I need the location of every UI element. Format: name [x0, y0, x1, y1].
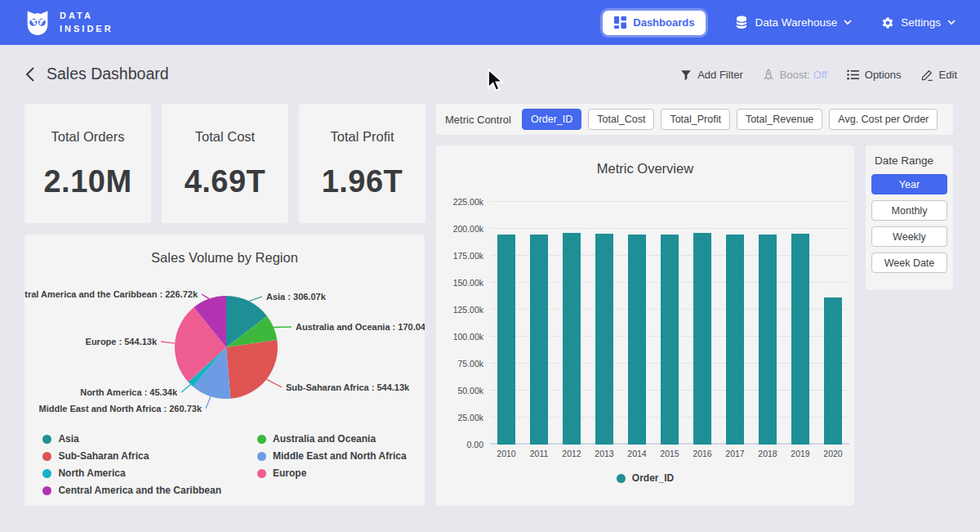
- legend-item[interactable]: Sub-Saharan Africa: [42, 450, 221, 462]
- legend-item[interactable]: Europe: [257, 467, 407, 479]
- date-range-buttons: YearMonthlyWeeklyWeek Date: [871, 174, 947, 273]
- date-range-option-year[interactable]: Year: [871, 174, 947, 194]
- date-range-option-weekly[interactable]: Weekly: [871, 226, 947, 247]
- metric-option-avg-cost-per-order[interactable]: Avg. Cost per Order: [829, 109, 938, 130]
- chevron-left-icon: [24, 66, 36, 83]
- y-axis-tick: 50.00k: [431, 386, 483, 396]
- date-range-option-week-date[interactable]: Week Date: [871, 253, 947, 273]
- bar-slot: [621, 194, 653, 445]
- metric-option-total-profit[interactable]: Total_Profit: [661, 109, 730, 130]
- legend-item[interactable]: North America: [42, 467, 221, 479]
- back-button[interactable]: [21, 66, 39, 84]
- pie-slice-label: Central America and the Caribbean : 226.…: [24, 289, 198, 299]
- list-icon: [847, 69, 859, 80]
- boost-toggle[interactable]: Boost: Off: [763, 69, 827, 81]
- y-axis-tick: 100.00k: [431, 332, 483, 342]
- y-axis-tick: 225.00k: [431, 197, 483, 207]
- bar[interactable]: [628, 235, 646, 445]
- top-navbar: DATA INSIDER Dashboards: [0, 0, 980, 45]
- pie-slice[interactable]: [226, 340, 278, 399]
- database-icon: [735, 16, 748, 29]
- navbar-menu: Dashboards Data Warehouse: [603, 11, 956, 35]
- bar[interactable]: [563, 233, 581, 445]
- pie-leader-line: [249, 297, 262, 302]
- metric-option-total-cost[interactable]: Total_Cost: [588, 109, 654, 130]
- legend-label: Central America and the Caribbean: [58, 485, 221, 496]
- add-filter-button[interactable]: Add Filter: [680, 69, 743, 81]
- boost-state: Off: [813, 69, 827, 81]
- kpi-label: Total Profit: [331, 129, 394, 145]
- boost-label: Boost:: [780, 69, 810, 81]
- y-axis-tick: 125.00k: [431, 305, 483, 315]
- bar[interactable]: [595, 234, 613, 445]
- bar[interactable]: [759, 235, 777, 445]
- bar[interactable]: [530, 235, 548, 445]
- legend-dot: [42, 452, 51, 461]
- owl-logo-icon: [24, 9, 51, 37]
- edit-button[interactable]: Edit: [921, 69, 957, 81]
- mouse-cursor: [486, 69, 506, 96]
- pie-slice-label: Australia and Oceania : 170.04k: [296, 322, 425, 332]
- bar[interactable]: [693, 233, 711, 445]
- x-axis-label: 2015: [653, 449, 686, 458]
- kpi-label: Total Cost: [195, 129, 255, 145]
- legend-dot: [257, 469, 266, 478]
- bar-slot: [751, 194, 784, 445]
- pie-leader-line: [181, 385, 190, 393]
- kpi-value: 2.10M: [43, 164, 131, 199]
- x-axis-label: 2019: [784, 449, 817, 458]
- settings-label: Settings: [901, 16, 941, 29]
- metric-option-total-revenue[interactable]: Total_Revenue: [737, 109, 822, 130]
- bar-chart-x-labels: 2010201120122013201420152016201720182019…: [490, 449, 849, 458]
- bar[interactable]: [824, 297, 842, 445]
- legend-item[interactable]: Asia: [42, 433, 221, 445]
- date-range-option-monthly[interactable]: Monthly: [871, 200, 947, 221]
- date-range-panel: Date Range YearMonthlyWeeklyWeek Date: [866, 145, 953, 290]
- add-filter-label: Add Filter: [697, 69, 743, 81]
- pencil-icon: [921, 69, 933, 81]
- y-axis-tick: 25.00k: [431, 413, 483, 422]
- bar[interactable]: [661, 235, 679, 445]
- kpi-label: Total Orders: [51, 129, 125, 145]
- settings-menu[interactable]: Settings: [881, 16, 956, 29]
- legend-label: North America: [58, 467, 125, 479]
- bar[interactable]: [791, 234, 809, 445]
- metric-overview-chart-card: Metric Overview 0.0025.00k50.00k75.00k10…: [436, 145, 854, 506]
- bar-chart-legend[interactable]: Order_ID: [436, 472, 854, 484]
- bar-slot: [588, 194, 621, 445]
- bar[interactable]: [726, 235, 744, 445]
- chevron-down-icon: [947, 20, 956, 25]
- dashboards-label: Dashboards: [633, 16, 694, 29]
- pie-leader-line: [161, 342, 175, 343]
- legend-item[interactable]: Australia and Oceania: [257, 433, 407, 445]
- bar-slot: [719, 194, 751, 445]
- kpi-card-total-orders: Total Orders 2.10M: [24, 104, 151, 223]
- options-label: Options: [865, 69, 902, 81]
- legend-label: Europe: [273, 467, 306, 479]
- bar-slot: [523, 194, 555, 445]
- x-axis-label: 2020: [817, 449, 849, 458]
- bar-slot: [784, 194, 817, 445]
- x-axis-label: 2016: [686, 449, 719, 458]
- data-warehouse-label: Data Warehouse: [755, 16, 837, 29]
- dashboards-button[interactable]: Dashboards: [603, 11, 706, 35]
- pie-leader-line: [266, 379, 282, 387]
- filter-icon: [680, 69, 692, 81]
- bar-slot: [490, 194, 523, 445]
- brand-text: DATA INSIDER: [60, 10, 114, 36]
- page-title: Sales Dashboard: [47, 65, 169, 83]
- pie-slice-label: North America : 45.34k: [80, 387, 178, 397]
- data-warehouse-menu[interactable]: Data Warehouse: [735, 16, 852, 29]
- brand[interactable]: DATA INSIDER: [24, 9, 114, 37]
- legend-dot: [42, 435, 51, 444]
- options-button[interactable]: Options: [847, 69, 902, 81]
- bar[interactable]: [497, 235, 515, 445]
- bar-slot: [653, 194, 686, 445]
- pie-slice-label: Europe : 544.13k: [86, 337, 158, 346]
- kpi-card-total-profit: Total Profit 1.96T: [299, 104, 425, 223]
- x-axis-label: 2014: [621, 449, 653, 458]
- legend-item[interactable]: Central America and the Caribbean: [42, 485, 221, 496]
- metric-option-order-id[interactable]: Order_ID: [522, 109, 581, 130]
- legend-item[interactable]: Middle East and North Africa: [257, 450, 407, 462]
- x-axis-label: 2013: [588, 449, 621, 458]
